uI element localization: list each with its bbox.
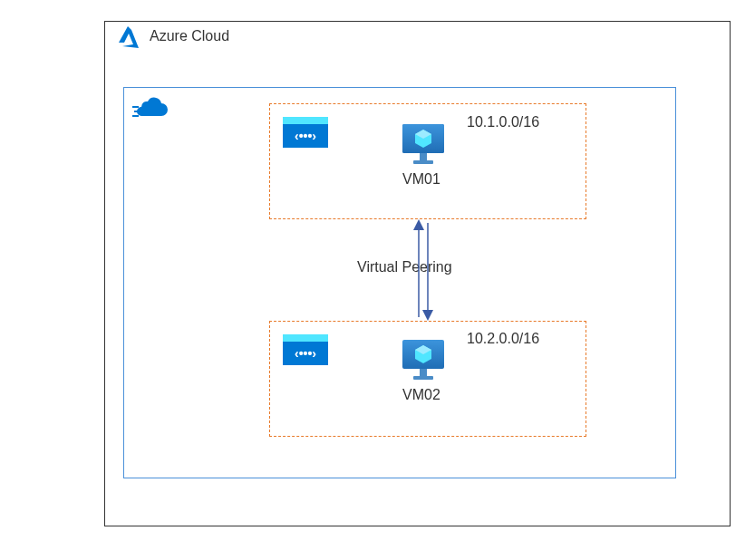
virtual-machine-icon	[401, 338, 446, 381]
svg-rect-7	[420, 153, 427, 160]
vnet-glyph: ‹•••›	[283, 342, 328, 365]
vnet-glyph: ‹•••›	[283, 124, 328, 148]
virtual-machine-icon	[401, 122, 446, 166]
svg-rect-12	[420, 369, 427, 376]
vnet-icon: ‹•••›	[283, 117, 328, 148]
svg-rect-0	[132, 106, 139, 108]
svg-rect-1	[134, 111, 140, 112]
svg-rect-13	[413, 376, 433, 380]
vm-name-label: VM02	[402, 387, 440, 403]
virtual-peering-label: Virtual Peering	[357, 259, 452, 275]
azure-cloud-title: Azure Cloud	[150, 28, 229, 44]
azure-logo-icon	[115, 24, 142, 50]
cloud-icon	[132, 94, 170, 121]
peering-arrows-icon	[410, 219, 437, 321]
vm-name-label: VM01	[402, 171, 440, 188]
svg-rect-2	[132, 115, 139, 117]
vnet-cidr-label: 10.2.0.0/16	[467, 331, 539, 347]
svg-rect-8	[413, 160, 433, 164]
vnet-cidr-label: 10.1.0.0/16	[467, 114, 539, 130]
vnet-icon: ‹•••›	[283, 334, 328, 365]
